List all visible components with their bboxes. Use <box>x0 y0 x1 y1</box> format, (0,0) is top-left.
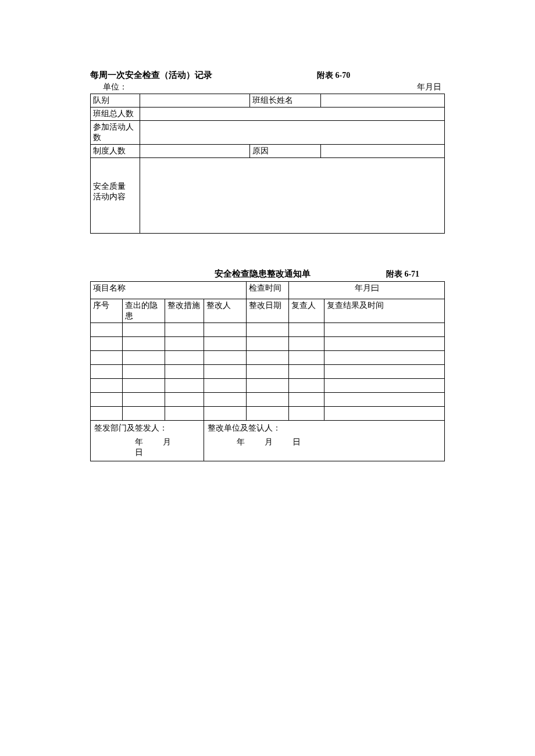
cell[interactable] <box>324 337 444 351</box>
cell[interactable] <box>91 393 123 407</box>
cell[interactable] <box>91 323 123 337</box>
cell[interactable] <box>122 323 165 337</box>
checktime-label: 检查时间 <box>246 282 288 299</box>
cell[interactable] <box>204 365 246 379</box>
cell[interactable] <box>246 323 288 337</box>
cell[interactable] <box>246 393 288 407</box>
cell[interactable] <box>324 393 444 407</box>
cell[interactable] <box>122 365 165 379</box>
content-label: 安全质量 活动内容 <box>91 158 140 234</box>
cell[interactable] <box>122 393 165 407</box>
content-label-line2: 活动内容 <box>93 192 137 202</box>
cell[interactable] <box>122 337 165 351</box>
reason-value[interactable] <box>320 145 444 158</box>
cell[interactable] <box>91 351 123 365</box>
form1-header: 每周一次安全检查（活动）记录 附表 6-70 <box>90 70 445 81</box>
cell[interactable] <box>246 365 288 379</box>
col-seq: 序号 <box>91 299 123 323</box>
table-row <box>91 337 445 351</box>
cell[interactable] <box>246 351 288 365</box>
attend-value[interactable] <box>140 121 445 145</box>
issuer-date[interactable]: 年 月 日 <box>94 437 200 458</box>
cell[interactable] <box>91 379 123 393</box>
issuer-label: 签发部门及签发人： <box>94 423 200 433</box>
team-value[interactable] <box>140 94 250 108</box>
col-rectifier: 整改人 <box>204 299 246 323</box>
total-label: 班组总人数 <box>91 108 140 121</box>
form2-appendix: 附表 6-71 <box>386 269 419 280</box>
form2-column-headers: 序号 查出的隐患 整改措施 整改人 整改日期 复查人 复查结果及时间 <box>91 299 445 323</box>
form1-section: 每周一次安全检查（活动）记录 附表 6-70 单位： 年月日 队别 班组长姓名 … <box>90 70 445 234</box>
form2-footer-row: 签发部门及签发人： 年 月 日 整改单位及签认人： 年 月 日 <box>91 421 445 461</box>
project-cell: 项目名称 <box>91 282 247 299</box>
content-label-line1: 安全质量 <box>93 181 137 192</box>
cell[interactable] <box>165 337 204 351</box>
cell[interactable] <box>289 379 324 393</box>
leader-value[interactable] <box>320 94 444 108</box>
cell[interactable] <box>91 337 123 351</box>
table-row <box>91 393 445 407</box>
cell[interactable] <box>204 393 246 407</box>
rule-value[interactable] <box>140 145 250 158</box>
col-measure: 整改措施 <box>165 299 204 323</box>
cell[interactable] <box>165 393 204 407</box>
attend-label: 参加活动人数 <box>91 121 140 145</box>
form1-row-rule: 制度人数 原因 <box>91 145 445 158</box>
cell[interactable] <box>165 407 204 421</box>
cell[interactable] <box>289 351 324 365</box>
col-result: 复查结果及时间 <box>324 299 444 323</box>
cell[interactable] <box>324 323 444 337</box>
cell[interactable] <box>204 407 246 421</box>
leader-label: 班组长姓名 <box>250 94 321 108</box>
cell[interactable] <box>246 407 288 421</box>
cell[interactable] <box>289 407 324 421</box>
cell[interactable] <box>165 323 204 337</box>
checktime-value[interactable]: 年月曰 <box>289 282 445 299</box>
cell[interactable] <box>289 365 324 379</box>
content-value[interactable] <box>140 158 445 234</box>
issuer-cell: 签发部门及签发人： 年 月 日 <box>91 421 204 461</box>
cell[interactable] <box>204 323 246 337</box>
cell[interactable] <box>324 407 444 421</box>
form1-appendix: 附表 6-70 <box>317 70 350 81</box>
cell[interactable] <box>289 393 324 407</box>
cell[interactable] <box>204 351 246 365</box>
form1-row-attend: 参加活动人数 <box>91 121 445 145</box>
form1-title: 每周一次安全检查（活动）记录 <box>90 70 212 81</box>
form1-unit-label: 单位： <box>103 82 127 92</box>
cell[interactable] <box>324 351 444 365</box>
cell[interactable] <box>324 379 444 393</box>
cell[interactable] <box>246 379 288 393</box>
cell[interactable] <box>165 379 204 393</box>
col-rectdate: 整改日期 <box>246 299 288 323</box>
cell[interactable] <box>122 351 165 365</box>
rule-label: 制度人数 <box>91 145 140 158</box>
project-label: 项目名称 <box>93 284 126 292</box>
form2-row-project: 项目名称 检查时间 年月曰 <box>91 282 445 299</box>
form1-row-team: 队别 班组长姓名 <box>91 94 445 108</box>
col-hazard: 查出的隐患 <box>122 299 165 323</box>
cell[interactable] <box>91 407 123 421</box>
form1-table: 队别 班组长姓名 班组总人数 参加活动人数 制度人数 原因 安全质量 活动内容 <box>90 94 445 234</box>
cell[interactable] <box>122 379 165 393</box>
approver-label: 整改单位及签认人： <box>208 423 441 433</box>
table-row <box>91 407 445 421</box>
form2-section: 安全检查隐患整改通知单 附表 6-71 项目名称 检查时间 年月曰 序号 查出的… <box>90 268 445 461</box>
cell[interactable] <box>289 323 324 337</box>
cell[interactable] <box>246 337 288 351</box>
cell[interactable] <box>324 365 444 379</box>
cell[interactable] <box>204 337 246 351</box>
cell[interactable] <box>122 407 165 421</box>
reason-label: 原因 <box>250 145 321 158</box>
cell[interactable] <box>165 351 204 365</box>
cell[interactable] <box>204 379 246 393</box>
cell[interactable] <box>165 365 204 379</box>
form1-date-label: 年月日 <box>417 82 441 92</box>
cell[interactable] <box>289 337 324 351</box>
cell[interactable] <box>91 365 123 379</box>
table-row <box>91 351 445 365</box>
form1-row-total: 班组总人数 <box>91 108 445 121</box>
total-value[interactable] <box>140 108 445 121</box>
approver-date[interactable]: 年 月 日 <box>208 437 441 447</box>
col-reviewer: 复查人 <box>289 299 324 323</box>
